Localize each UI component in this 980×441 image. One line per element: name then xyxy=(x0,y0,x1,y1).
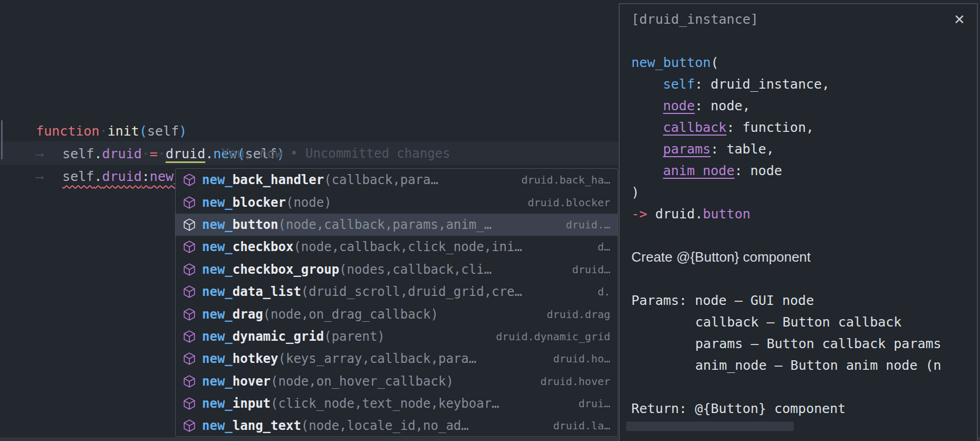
blank-line xyxy=(631,268,977,290)
item-hint: druid.la… xyxy=(553,419,610,432)
match-text: new_ xyxy=(202,396,233,411)
close-icon[interactable]: ✕ xyxy=(950,11,968,28)
arg-key: params xyxy=(663,141,710,157)
match-text: new_ xyxy=(202,418,233,433)
completion-item-new-checkbox[interactable]: new_checkbox(node,callback,click_node,in… xyxy=(176,236,618,258)
item-args: (keys_array,callback,para… xyxy=(278,351,477,366)
match-text: new_ xyxy=(202,374,233,389)
match-text: new_ xyxy=(202,217,233,232)
item-hint: druid… xyxy=(572,263,610,276)
module-cube-icon xyxy=(182,196,196,209)
module-cube-icon xyxy=(182,330,196,343)
doc-fn-name: new_button xyxy=(631,55,711,70)
doc-arg-self: self: druid_instance, xyxy=(631,73,977,95)
code-line-3[interactable]: ⟶self.druid:new_ xyxy=(4,142,181,165)
blank-line xyxy=(631,225,977,246)
doc-panel: ✕ [druid_instance] new_button( self: dru… xyxy=(619,3,978,441)
completion-item-new-data-list[interactable]: new_data_list(druid_scroll,druid_grid,cr… xyxy=(176,281,618,303)
module-cube-icon xyxy=(182,352,196,366)
completion-item-new-button-selected[interactable]: new_button(node,callback,params,anim_… d… xyxy=(176,214,618,236)
item-args: (node,on_drag_callback) xyxy=(263,307,438,322)
doc-params-line-4: anim_node – Button anim node (n xyxy=(631,354,977,376)
doc-params-line-2: callback – Button callback xyxy=(631,311,977,333)
arg-key: callback xyxy=(663,120,726,135)
doc-arg-callback: callback: function, xyxy=(631,117,977,138)
match-text: new_ xyxy=(202,351,233,366)
item-hint: drui… xyxy=(579,397,610,410)
item-hint: druid.ho… xyxy=(553,352,610,365)
module-cube-icon xyxy=(182,218,196,232)
item-name: dynamic_grid xyxy=(233,329,324,344)
item-name: checkbox xyxy=(233,239,294,254)
dot-operator: . xyxy=(94,169,102,184)
match-text: new_ xyxy=(202,262,233,277)
module-cube-icon xyxy=(182,419,196,433)
completion-item-new-checkbox-group[interactable]: new_checkbox_group(nodes,callback,cli… d… xyxy=(176,258,618,281)
doc-panel-title: [druid_instance] xyxy=(631,8,977,30)
item-args: (node,callback,click_node,ini… xyxy=(293,239,522,254)
tab-indent-icon: ⟶ xyxy=(36,166,62,188)
item-name: hover xyxy=(233,374,271,389)
arg-type: : table, xyxy=(710,141,774,157)
module-cube-icon xyxy=(182,263,196,276)
paren: ( xyxy=(711,55,719,70)
dot-operator: . xyxy=(205,146,213,161)
arg-type: : function, xyxy=(726,120,814,135)
completion-item-new-drag[interactable]: new_drag(node,on_drag_callback) druid.dr… xyxy=(176,303,618,325)
item-args: (parent) xyxy=(324,329,385,344)
return-arrow: -> xyxy=(631,206,647,222)
item-name: drag xyxy=(233,307,263,322)
member-druid: druid xyxy=(102,169,142,184)
arg-type: : node, xyxy=(695,98,750,113)
arg-key: node xyxy=(663,98,695,113)
item-hint: druid.dynamic_grid xyxy=(496,330,610,343)
item-name: lang_text xyxy=(233,418,301,433)
error-squiggle-span: self.druid:new_ xyxy=(62,169,181,184)
arg-type: : node xyxy=(734,163,782,178)
completion-item-new-hotkey[interactable]: new_hotkey(keys_array,callback,para… dru… xyxy=(176,348,618,370)
doc-params-line-1: Params: node – GUI node xyxy=(631,290,977,311)
doc-arg-node: node: node, xyxy=(631,95,977,117)
doc-signature-close: ) xyxy=(631,181,977,203)
completion-item-new-lang-text[interactable]: new_lang_text(node,locale_id,no_ad… drui… xyxy=(176,415,618,437)
doc-arg-anim-node: anim_node: node xyxy=(631,160,977,181)
match-text: new_ xyxy=(202,307,233,322)
arg-key: self xyxy=(663,76,695,92)
match-text: new_ xyxy=(202,284,233,299)
doc-return-line: Return: @{Button} component xyxy=(631,398,977,419)
completion-item-new-hover[interactable]: new_hover(node,on_hover_callback) druid.… xyxy=(176,370,618,392)
item-name: hotkey xyxy=(233,351,278,366)
code-line-1[interactable]: function·init(self) xyxy=(4,97,187,120)
var-self: self xyxy=(62,169,94,184)
completion-item-new-input[interactable]: new_input(click_node,text_node,keyboar… … xyxy=(176,392,618,415)
item-args: (click_node,text_node,keyboar… xyxy=(271,396,499,411)
module-cube-icon xyxy=(182,375,196,388)
code-line-2[interactable]: ⟶self.druid·=·druid.new(self) xyxy=(4,120,285,142)
autocomplete-popup: new_back_handler(callback,para… druid.ba… xyxy=(175,168,618,437)
doc-params-line-3: params – Button callback params xyxy=(631,333,977,354)
git-modified-marker xyxy=(1,120,3,159)
blank-line xyxy=(631,30,977,52)
item-name: checkbox_group xyxy=(233,262,339,277)
match-text: new_ xyxy=(202,329,233,344)
item-args: (node,callback,params,anim_… xyxy=(278,217,492,232)
item-args: (nodes,callback,cli… xyxy=(339,262,492,277)
doc-arg-params: params: table, xyxy=(631,138,977,160)
item-hint: d… xyxy=(598,241,610,253)
item-hint: druid.… xyxy=(566,218,610,231)
item-name: input xyxy=(233,396,271,411)
horizontal-scrollbar[interactable] xyxy=(626,421,794,431)
item-name: data_list xyxy=(233,284,301,299)
completion-item-new-back-handler[interactable]: new_back_handler(callback,para… druid.ba… xyxy=(176,169,618,191)
item-name: blocker xyxy=(233,195,286,210)
item-hint: druid.drag xyxy=(547,308,610,321)
return-module: druid. xyxy=(647,206,703,222)
item-name: button xyxy=(233,217,278,232)
completion-item-new-blocker[interactable]: new_blocker(node) druid.blocker xyxy=(176,191,618,213)
completion-item-new-dynamic-grid[interactable]: new_dynamic_grid(parent) druid.dynamic_g… xyxy=(176,325,618,348)
doc-return-type: -> druid.button xyxy=(631,203,977,225)
module-cube-icon xyxy=(182,397,196,410)
blank-line xyxy=(631,376,977,398)
git-blame-annotation: You, now • Uncommitted changes xyxy=(222,142,450,165)
item-args: (node) xyxy=(286,195,332,210)
